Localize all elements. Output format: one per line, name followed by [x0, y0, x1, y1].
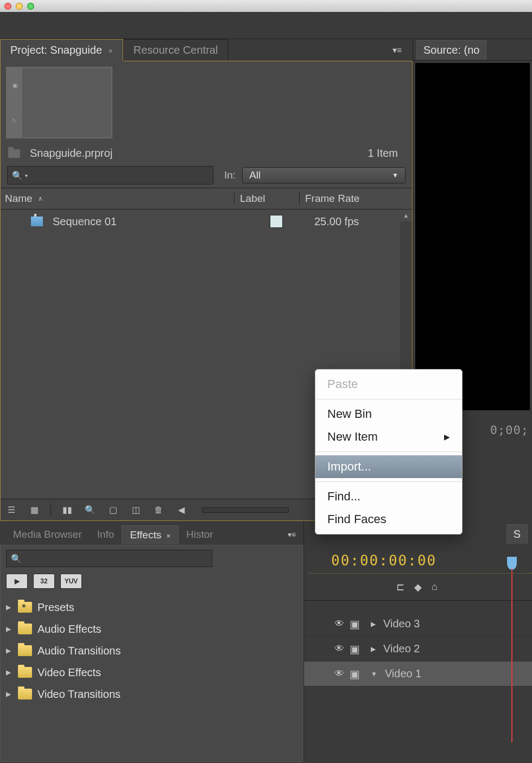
- tab-source[interactable]: Source: (no: [416, 40, 486, 60]
- expand-icon[interactable]: ▶: [6, 603, 12, 611]
- tree-item-video-effects[interactable]: ▶ Video Effects: [6, 662, 297, 683]
- effects-filter-row: ▶ 32 YUV: [6, 574, 297, 589]
- folder-icon: [8, 149, 20, 158]
- context-menu: Paste New Bin New Item ▶ Import... Find.…: [315, 369, 463, 535]
- accelerated-effects-icon[interactable]: ▶: [6, 574, 28, 589]
- sort-ascending-icon: ∧: [38, 195, 43, 202]
- panel-menu-icon[interactable]: ▾≡: [288, 530, 296, 539]
- folder-icon: [18, 689, 32, 700]
- close-icon[interactable]: ×: [109, 47, 113, 55]
- in-filter-select[interactable]: All ▼: [242, 167, 406, 183]
- label-color-swatch[interactable]: [270, 215, 283, 228]
- tab-effects[interactable]: Effects ×: [122, 525, 179, 544]
- menu-new-item-label: New Item: [327, 430, 378, 444]
- prev-icon[interactable]: ◀: [175, 505, 188, 516]
- scroll-up-icon[interactable]: ▲: [400, 209, 412, 221]
- tree-label: Presets: [37, 601, 74, 614]
- collapse-icon[interactable]: ▶: [371, 645, 376, 653]
- track-video-3[interactable]: 👁 ▣ ▶ Video 3: [304, 612, 532, 637]
- home-icon[interactable]: ⌂: [432, 581, 438, 593]
- new-item-icon[interactable]: ◫: [129, 505, 142, 516]
- tab-sequence[interactable]: S: [506, 524, 528, 544]
- automate-icon[interactable]: ▮▮: [61, 505, 74, 516]
- expand-icon[interactable]: ▶: [6, 669, 12, 676]
- project-name-row: Snapguide.prproj 1 Item: [1, 144, 412, 163]
- track-output-icon[interactable]: ▣: [350, 618, 360, 631]
- playhead-line: [511, 569, 512, 742]
- collapse-icon[interactable]: ▶: [371, 620, 376, 628]
- tab-media-browser[interactable]: Media Browser: [5, 525, 90, 544]
- menu-import[interactable]: Import...: [315, 455, 462, 478]
- snap-icon[interactable]: ⊏: [396, 581, 404, 593]
- search-icon: 🔍: [12, 170, 23, 181]
- column-name-label: Name: [5, 193, 33, 205]
- tab-project[interactable]: Project: Snapguide ×: [0, 39, 123, 61]
- column-name[interactable]: Name ∧: [1, 193, 234, 205]
- close-icon[interactable]: ×: [166, 532, 170, 540]
- tab-info[interactable]: Info: [90, 525, 122, 544]
- marker-icon[interactable]: ◆: [414, 581, 422, 593]
- 32bit-icon[interactable]: 32: [33, 574, 55, 589]
- folder-icon: [18, 624, 32, 634]
- list-view-icon[interactable]: ☰: [5, 505, 18, 516]
- menu-new-bin[interactable]: New Bin: [315, 403, 462, 425]
- timeline-panel: S 00:00:00:00 ⊏ ◆ ⌂ 👁 ▣ ▶ Video 3 👁 ▣ ▶ …: [304, 521, 532, 762]
- window-minimize-button[interactable]: [16, 3, 23, 10]
- list-item[interactable]: Sequence 01 25.00 fps: [1, 209, 412, 233]
- column-framerate[interactable]: Frame Rate: [299, 193, 412, 205]
- search-input[interactable]: 🔍 ▾: [7, 166, 213, 185]
- menu-find-faces[interactable]: Find Faces: [315, 508, 462, 531]
- menu-new-item[interactable]: New Item ▶: [315, 425, 462, 448]
- expand-icon[interactable]: ▼: [371, 670, 377, 678]
- trash-icon[interactable]: 🗑: [152, 505, 165, 516]
- expand-icon[interactable]: ▶: [6, 625, 12, 633]
- track-video-2[interactable]: 👁 ▣ ▶ Video 2: [304, 637, 532, 662]
- window-close-button[interactable]: [4, 3, 11, 10]
- tab-history[interactable]: Histor: [179, 525, 221, 544]
- project-panel-tabs: Project: Snapguide × Resource Central ▾≡: [0, 39, 413, 61]
- tree-item-audio-transitions[interactable]: ▶ Audio Transitions: [6, 640, 297, 662]
- zoom-slider[interactable]: [202, 507, 289, 513]
- window-zoom-button[interactable]: [27, 3, 34, 10]
- effects-tree: ▶ Presets ▶ Audio Effects ▶ Audio Transi…: [6, 596, 297, 705]
- in-label: In:: [224, 169, 236, 181]
- tree-item-presets[interactable]: ▶ Presets: [6, 596, 297, 618]
- eye-icon[interactable]: 👁: [334, 643, 344, 654]
- new-bin-icon[interactable]: ▢: [106, 505, 119, 516]
- eye-icon[interactable]: 👁: [334, 668, 344, 679]
- column-label[interactable]: Label: [234, 193, 299, 205]
- column-headers: Name ∧ Label Frame Rate: [1, 188, 412, 209]
- expand-icon[interactable]: ▶: [6, 647, 12, 654]
- find-icon[interactable]: 🔍: [84, 505, 97, 516]
- timeline-timecode[interactable]: 00:00:00:00: [308, 544, 532, 574]
- item-name: Sequence 01: [53, 215, 244, 228]
- track-label: Video 1: [385, 667, 421, 680]
- effects-search-input[interactable]: 🔍: [6, 550, 212, 567]
- search-icon: 🔍: [11, 554, 22, 564]
- expand-icon[interactable]: ▶: [6, 690, 12, 698]
- icon-view-icon[interactable]: ▦: [28, 505, 41, 516]
- item-label-cell: [244, 215, 309, 228]
- track-output-icon[interactable]: ▣: [350, 643, 360, 656]
- folder-icon: [18, 667, 32, 678]
- tab-resource-central[interactable]: Resource Central: [123, 39, 229, 61]
- eye-icon[interactable]: 👁: [334, 618, 344, 630]
- source-monitor[interactable]: [415, 63, 530, 410]
- sequence-icon: [31, 217, 43, 226]
- preview-area: ▣ ▷: [1, 61, 412, 144]
- track-output-icon[interactable]: ▣: [350, 667, 360, 681]
- yuv-icon[interactable]: YUV: [60, 574, 82, 589]
- search-row: 🔍 ▾ In: All ▼: [1, 163, 412, 188]
- tree-item-audio-effects[interactable]: ▶ Audio Effects: [6, 618, 297, 640]
- poster-frame-icon[interactable]: ▣: [12, 82, 17, 88]
- track-label: Video 2: [383, 643, 420, 655]
- lower-tabs: Media Browser Info Effects × Histor ▾≡: [0, 524, 303, 545]
- menu-find[interactable]: Find...: [315, 485, 462, 508]
- panel-menu-icon[interactable]: ▾≡: [392, 45, 402, 55]
- menu-separator: [315, 399, 462, 399]
- dropdown-icon: ▼: [392, 171, 398, 179]
- playhead-icon[interactable]: [507, 557, 517, 570]
- track-video-1[interactable]: 👁 ▣ ▼ Video 1: [304, 662, 532, 686]
- play-icon[interactable]: ▷: [12, 117, 17, 123]
- tree-item-video-transitions[interactable]: ▶ Video Transitions: [6, 683, 297, 705]
